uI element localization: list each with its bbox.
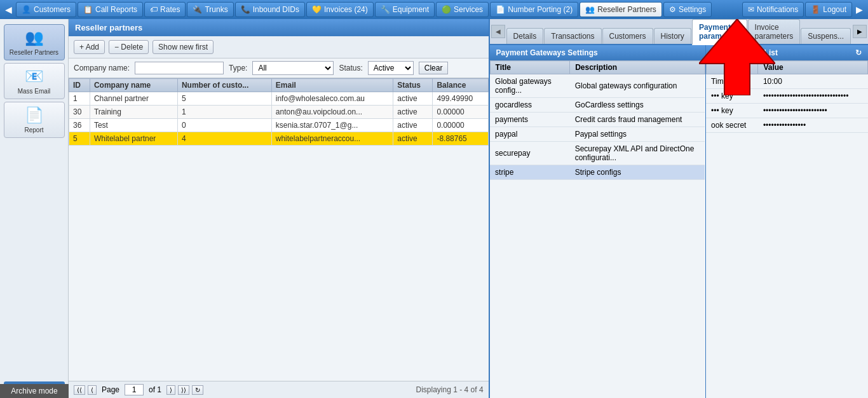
- gateway-row[interactable]: paypal Paypal settings: [490, 127, 705, 142]
- delete-button[interactable]: − Delete: [109, 40, 149, 54]
- nav-inbound-dids[interactable]: 📞 Inbound DIDs: [235, 2, 305, 17]
- status-select[interactable]: Active Inactive All: [368, 61, 414, 75]
- nav-right-arrow[interactable]: ▶: [853, 4, 865, 15]
- col-id[interactable]: ID: [69, 79, 90, 92]
- gateway-panel: Payment Gateways Settings Title Descript…: [490, 45, 706, 398]
- invoices-icon: 💛: [312, 5, 322, 14]
- nav-left-arrow[interactable]: ◀: [3, 4, 15, 15]
- gateway-panel-title: Payment Gateways Settings: [490, 45, 705, 60]
- config-row: ook secret ••••••••••••••••: [706, 118, 867, 133]
- config-col-key: [706, 61, 758, 74]
- config-refresh-icon[interactable]: ↻: [855, 48, 862, 57]
- notifications-icon: ✉: [748, 5, 754, 14]
- nav-trunks[interactable]: 🔌 Trunks: [187, 2, 233, 17]
- col-balance[interactable]: Balance: [433, 79, 488, 92]
- config-panel-title: Configuration List ↻: [706, 45, 868, 60]
- nav-settings[interactable]: ⚙ Settings: [663, 2, 712, 17]
- tab-right-arrow[interactable]: ▶: [853, 25, 867, 38]
- pg-displaying: Displaying 1 - 4 of 4: [416, 385, 484, 394]
- config-table: Value Time 10:00 ••• key •••••••••••••••…: [706, 60, 868, 133]
- equipment-icon: 🔧: [381, 5, 390, 14]
- number-porting-icon: 📄: [496, 5, 505, 14]
- main-content: Reseller partners + Add − Delete Show ne…: [69, 19, 868, 398]
- nav-notifications[interactable]: ✉ Notifications: [742, 2, 804, 17]
- table-row[interactable]: 1 Channel partner 5 info@wholesaleco.com…: [69, 92, 489, 106]
- nav-reseller-partners[interactable]: 👥 Reseller Partners: [580, 2, 662, 17]
- pg-first[interactable]: ⟨⟨: [74, 385, 85, 395]
- tab-payment-parameters[interactable]: Payment parameters: [692, 19, 747, 45]
- pg-refresh[interactable]: ↻: [192, 385, 203, 395]
- col-company-name[interactable]: Company name: [90, 79, 177, 92]
- gateway-row[interactable]: gocardless GoCardless settings: [490, 98, 705, 113]
- partners-table: ID Company name Number of custo... Email…: [69, 78, 489, 146]
- nav-services[interactable]: 🟢 Services: [436, 2, 489, 17]
- gateway-row[interactable]: stripe Stripe configs: [490, 165, 705, 180]
- config-col-value: Value: [758, 61, 868, 74]
- gateway-row[interactable]: Global gateways config... Global gateway…: [490, 74, 705, 98]
- nav-equipment[interactable]: 🔧 Equipment: [375, 2, 435, 17]
- nav-invoices[interactable]: 💛 Invoices (24): [306, 2, 374, 17]
- tab-left-arrow[interactable]: ◀: [491, 25, 505, 38]
- gateway-col-title[interactable]: Title: [490, 61, 570, 74]
- trunks-icon: 🔌: [193, 5, 202, 14]
- config-row: ••• key ••••••••••••••••••••••••••••••••: [706, 89, 867, 104]
- nav-call-reports[interactable]: 📋 Call Reports: [78, 2, 143, 17]
- tab-details[interactable]: Details: [506, 28, 544, 44]
- tab-history[interactable]: History: [654, 28, 691, 44]
- services-icon: 🟢: [442, 5, 451, 14]
- table-row[interactable]: 5 Whitelabel partner 4 whitelabelpartner…: [69, 132, 489, 146]
- show-new-first-button[interactable]: Show new first: [153, 40, 214, 54]
- pg-of-label: of 1: [149, 385, 161, 394]
- nav-rates[interactable]: 🏷 Rates: [144, 2, 186, 17]
- col-email[interactable]: Email: [271, 79, 393, 92]
- sidebar-item-reseller-partners[interactable]: 👥 Reseller Partners: [4, 24, 65, 60]
- inbound-dids-icon: 📞: [241, 5, 250, 14]
- company-name-label: Company name:: [74, 64, 130, 72]
- company-name-input[interactable]: [135, 62, 224, 74]
- gateway-table: Title Description Global gateways config…: [490, 60, 705, 180]
- col-customers[interactable]: Number of custo...: [177, 79, 271, 92]
- sidebar-report-icon: 📄: [25, 106, 44, 124]
- table-row[interactable]: 30 Training 1 anton@au.voipcloud.on... a…: [69, 106, 489, 119]
- sidebar-item-mass-email[interactable]: 📧 Mass Email: [4, 63, 65, 99]
- table-container: ID Company name Number of custo... Email…: [69, 78, 489, 381]
- gateway-row[interactable]: securepay Securepay XML API and DirectOn…: [490, 142, 705, 165]
- config-panel: Configuration List ↻ Value: [706, 45, 868, 398]
- tab-suspens[interactable]: Suspens...: [801, 28, 851, 44]
- tab-transactions[interactable]: Transactions: [544, 28, 601, 44]
- gateway-row[interactable]: payments Credit cards fraud management: [490, 113, 705, 127]
- pg-next[interactable]: ⟩: [166, 385, 175, 395]
- add-button[interactable]: + Add: [74, 40, 105, 54]
- table-row[interactable]: 36 Test 0 ksenia.star.0707_1@g... active…: [69, 119, 489, 132]
- gateway-col-description[interactable]: Description: [570, 61, 705, 74]
- left-panel: Reseller partners + Add − Delete Show ne…: [69, 19, 490, 398]
- tab-customers[interactable]: Customers: [602, 28, 653, 44]
- nav-number-porting[interactable]: 📄 Number Porting (2): [490, 2, 578, 17]
- archive-mode-bar[interactable]: Archive mode: [0, 384, 69, 398]
- pg-last[interactable]: ⟩⟩: [178, 385, 189, 395]
- reseller-partners-icon: 👥: [585, 5, 595, 14]
- col-status[interactable]: Status: [393, 79, 433, 92]
- pg-page-label: Page: [102, 385, 119, 394]
- rates-icon: 🏷: [150, 5, 158, 14]
- filter-row: Company name: Type: All Channel partner …: [69, 58, 489, 78]
- clear-button[interactable]: Clear: [419, 62, 449, 74]
- sidebar-email-icon: 📧: [25, 67, 44, 85]
- left-panel-title: Reseller partners: [69, 19, 489, 36]
- nav-customers[interactable]: 👤 Customers: [16, 2, 76, 17]
- right-panels: Payment Gateways Settings Title Descript…: [490, 45, 868, 398]
- settings-icon: ⚙: [669, 5, 676, 14]
- status-label: Status:: [339, 64, 362, 72]
- sidebar-item-report[interactable]: 📄 Report: [4, 102, 65, 138]
- logout-icon: 🚪: [811, 5, 820, 14]
- tab-invoice-parameters[interactable]: Invoice parameters: [748, 19, 801, 44]
- pg-page-input[interactable]: [125, 384, 144, 395]
- pagination: ⟨⟨ ⟨ Page of 1 ⟩ ⟩⟩ ↻ Displaying 1 - 4 o…: [69, 381, 489, 398]
- right-panel: ◀ Details Transactions Customers History…: [490, 19, 868, 398]
- nav-logout[interactable]: 🚪 Logout: [805, 2, 852, 17]
- type-label: Type:: [229, 64, 247, 72]
- call-reports-icon: 📋: [83, 5, 93, 14]
- type-select[interactable]: All Channel partner Whitelabel partner T…: [252, 61, 334, 75]
- pg-prev[interactable]: ⟨: [88, 385, 97, 395]
- sidebar-reseller-icon: 👥: [25, 29, 44, 46]
